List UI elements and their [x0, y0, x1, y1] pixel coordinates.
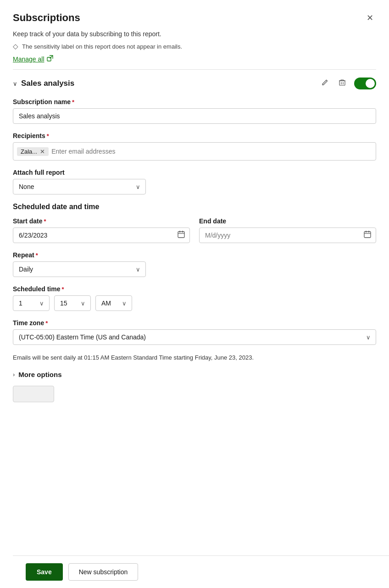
end-date-wrapper — [199, 227, 376, 243]
panel-title: Subscriptions — [13, 12, 80, 24]
recipient-tag: Zala... ✕ — [17, 147, 49, 156]
more-options-label: More options — [18, 371, 61, 378]
email-input[interactable] — [51, 148, 372, 155]
collapse-chevron-icon[interactable]: ∨ — [13, 80, 17, 87]
svg-rect-2 — [339, 81, 345, 85]
subscription-name-input[interactable] — [13, 108, 376, 124]
timezone-group: Time zone * (UTC-05:00) Eastern Time (US… — [13, 319, 376, 345]
svg-rect-10 — [364, 232, 371, 238]
end-date-input[interactable] — [199, 227, 376, 243]
start-date-input[interactable] — [13, 227, 190, 243]
panel-header: Subscriptions ✕ — [13, 11, 376, 25]
scheduled-section-title: Scheduled date and time — [13, 203, 376, 211]
date-row: Start date * — [13, 217, 376, 243]
more-options-row[interactable]: › More options — [13, 371, 376, 378]
tag-icon: ◇ — [13, 42, 18, 50]
scheduled-time-label: Scheduled time * — [13, 285, 376, 293]
subscriptions-panel: Subscriptions ✕ Keep track of your data … — [0, 0, 389, 588]
partial-button-placeholder — [13, 386, 376, 402]
section-actions — [319, 77, 376, 90]
save-button[interactable]: Save — [26, 563, 63, 581]
required-star-4: * — [36, 252, 38, 259]
schedule-summary: Emails will be sent daily at 01:15 AM Ea… — [13, 353, 376, 362]
ampm-select-wrapper: AMPM ∨ — [95, 295, 132, 311]
close-button[interactable]: ✕ — [364, 11, 376, 25]
delete-button[interactable] — [337, 77, 348, 90]
scheduled-section: Scheduled date and time Start date * — [13, 203, 376, 362]
new-subscription-button[interactable]: New subscription — [68, 563, 139, 581]
panel-subtitle: Keep track of your data by subscribing t… — [13, 30, 376, 38]
scheduled-time-group: Scheduled time * 1234 5678 9101112 ∨ — [13, 285, 376, 311]
edit-button[interactable] — [319, 77, 330, 90]
section-header: ∨ Sales analysis — [13, 77, 376, 90]
end-date-label: End date — [199, 217, 376, 225]
subscription-toggle[interactable] — [354, 78, 376, 89]
minute-select-wrapper: 00153045 ∨ — [54, 295, 91, 311]
end-calendar-icon[interactable] — [363, 230, 372, 240]
recipient-name: Zala... — [21, 148, 37, 155]
recipient-remove-button[interactable]: ✕ — [39, 149, 46, 155]
more-options-chevron-icon: › — [13, 371, 15, 378]
hour-select[interactable]: 1234 5678 9101112 — [13, 295, 50, 311]
timezone-select-wrapper: (UTC-05:00) Eastern Time (US and Canada)… — [13, 329, 376, 345]
required-star-6: * — [45, 320, 48, 327]
attach-report-label: Attach full report — [13, 169, 376, 176]
attach-select[interactable]: None PDF PowerPoint — [13, 179, 146, 194]
partial-save-stub — [13, 386, 54, 402]
subscription-name-group: Subscription name * — [13, 98, 376, 124]
recipients-label: Recipients * — [13, 132, 376, 139]
repeat-label: Repeat * — [13, 251, 376, 259]
timezone-label: Time zone * — [13, 319, 376, 327]
start-calendar-icon[interactable] — [177, 230, 185, 240]
required-star-2: * — [47, 133, 49, 139]
end-date-group: End date — [199, 217, 376, 243]
ampm-select[interactable]: AMPM — [95, 295, 132, 311]
repeat-group: Repeat * Daily Weekly Monthly Hourly ∨ — [13, 251, 376, 277]
external-link-icon — [47, 55, 53, 63]
start-date-wrapper — [13, 227, 190, 243]
minute-select[interactable]: 00153045 — [54, 295, 91, 311]
start-date-label: Start date * — [13, 217, 190, 225]
required-star-3: * — [44, 218, 46, 225]
sensitivity-text: The sensitivity label on this report doe… — [22, 43, 182, 50]
subscription-section: ∨ Sales analysis — [13, 77, 376, 439]
sensitivity-row: ◇ The sensitivity label on this report d… — [13, 42, 376, 50]
repeat-select[interactable]: Daily Weekly Monthly Hourly — [13, 261, 146, 277]
recipients-container[interactable]: Zala... ✕ — [13, 142, 376, 161]
start-date-group: Start date * — [13, 217, 190, 243]
repeat-select-wrapper: Daily Weekly Monthly Hourly ∨ — [13, 261, 146, 277]
divider — [13, 69, 376, 70]
required-star-5: * — [61, 286, 64, 293]
recipients-group: Recipients * Zala... ✕ — [13, 132, 376, 161]
svg-rect-6 — [178, 232, 184, 238]
required-star: * — [72, 99, 74, 105]
manage-all-link[interactable]: Manage all — [13, 55, 376, 63]
subscription-name-label: Subscription name * — [13, 98, 376, 105]
time-row: 1234 5678 9101112 ∨ 00153045 ∨ — [13, 295, 376, 311]
timezone-select[interactable]: (UTC-05:00) Eastern Time (US and Canada)… — [13, 329, 376, 345]
attach-report-group: Attach full report None PDF PowerPoint ∨ — [13, 169, 376, 194]
attach-select-wrapper: None PDF PowerPoint ∨ — [13, 179, 146, 194]
hour-select-wrapper: 1234 5678 9101112 ∨ — [13, 295, 50, 311]
section-header-left: ∨ Sales analysis — [13, 79, 74, 88]
manage-all-label: Manage all — [13, 55, 44, 63]
bottom-actions: Save New subscription — [13, 555, 389, 588]
section-title: Sales analysis — [21, 79, 74, 88]
